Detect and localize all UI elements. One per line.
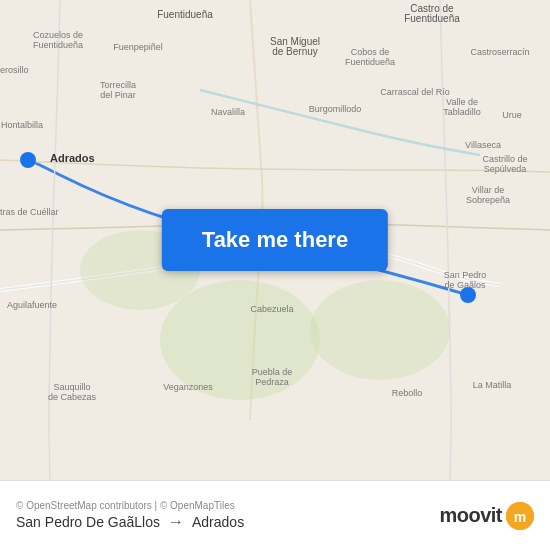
footer: © OpenStreetMap contributors | © OpenMap… — [0, 480, 550, 550]
footer-left: © OpenStreetMap contributors | © OpenMap… — [16, 500, 244, 531]
svg-text:Carrascal del Río: Carrascal del Río — [380, 87, 450, 97]
route-info: San Pedro De GaãLlos → Adrados — [16, 513, 244, 531]
svg-text:Rebollo: Rebollo — [392, 388, 423, 398]
svg-text:Cabezuela: Cabezuela — [250, 304, 293, 314]
take-me-there-button[interactable]: Take me there — [162, 209, 388, 271]
svg-text:San Pedro: San Pedro — [444, 270, 487, 280]
svg-text:Fuenpepiñel: Fuenpepiñel — [113, 42, 163, 52]
svg-text:Villar de: Villar de — [472, 185, 504, 195]
destination-label: Adrados — [192, 514, 244, 530]
svg-text:La Matilla: La Matilla — [473, 380, 512, 390]
svg-text:Aguilafuente: Aguilafuente — [7, 300, 57, 310]
svg-text:Cozuelos de: Cozuelos de — [33, 30, 83, 40]
svg-text:Navalilla: Navalilla — [211, 107, 245, 117]
svg-text:Villaseca: Villaseca — [465, 140, 501, 150]
svg-text:Veganzones: Veganzones — [163, 382, 213, 392]
svg-text:Fuentidueña: Fuentidueña — [157, 9, 213, 20]
svg-text:Torrecilla: Torrecilla — [100, 80, 136, 90]
svg-text:de Gaãlos: de Gaãlos — [444, 280, 486, 290]
svg-text:erosillo: erosillo — [0, 65, 29, 75]
svg-text:Castroserracín: Castroserracín — [470, 47, 529, 57]
route-arrow-icon: → — [168, 513, 184, 531]
svg-text:del Pinar: del Pinar — [100, 90, 136, 100]
svg-text:Hontalbilla: Hontalbilla — [1, 120, 43, 130]
svg-text:Sauquillo: Sauquillo — [53, 382, 90, 392]
map-container: Fuentidueña Castro de Fuentidueña Castro… — [0, 0, 550, 480]
svg-text:Lastras de Cuéllar: Lastras de Cuéllar — [0, 207, 59, 217]
svg-text:Sobrepeña: Sobrepeña — [466, 195, 510, 205]
svg-text:m: m — [514, 509, 526, 525]
svg-text:Tabladillo: Tabladillo — [443, 107, 481, 117]
svg-text:Burgomillodo: Burgomillodo — [309, 104, 362, 114]
origin-label: San Pedro De GaãLlos — [16, 514, 160, 530]
svg-text:Cobos de: Cobos de — [351, 47, 390, 57]
svg-text:Puebla de: Puebla de — [252, 367, 293, 377]
svg-point-3 — [310, 280, 450, 380]
copyright-text: © OpenStreetMap contributors | © OpenMap… — [16, 500, 244, 511]
moovit-logo: moovit m — [439, 502, 534, 530]
moovit-logo-text: moovit — [439, 504, 502, 527]
svg-text:de Cabezas: de Cabezas — [48, 392, 97, 402]
svg-text:Urue: Urue — [502, 110, 522, 120]
svg-text:Fuentidueña: Fuentidueña — [404, 13, 460, 24]
svg-text:de Bernuy: de Bernuy — [272, 46, 318, 57]
moovit-logo-icon: m — [506, 502, 534, 530]
svg-point-28 — [20, 152, 36, 168]
svg-text:Fuentidueña: Fuentidueña — [345, 57, 395, 67]
svg-text:Castrillo de: Castrillo de — [482, 154, 527, 164]
svg-text:Adrados: Adrados — [50, 152, 95, 164]
svg-text:Valle de: Valle de — [446, 97, 478, 107]
svg-text:Pedraza: Pedraza — [255, 377, 289, 387]
svg-text:Fuentidueña: Fuentidueña — [33, 40, 83, 50]
svg-text:Sepúlveda: Sepúlveda — [484, 164, 527, 174]
